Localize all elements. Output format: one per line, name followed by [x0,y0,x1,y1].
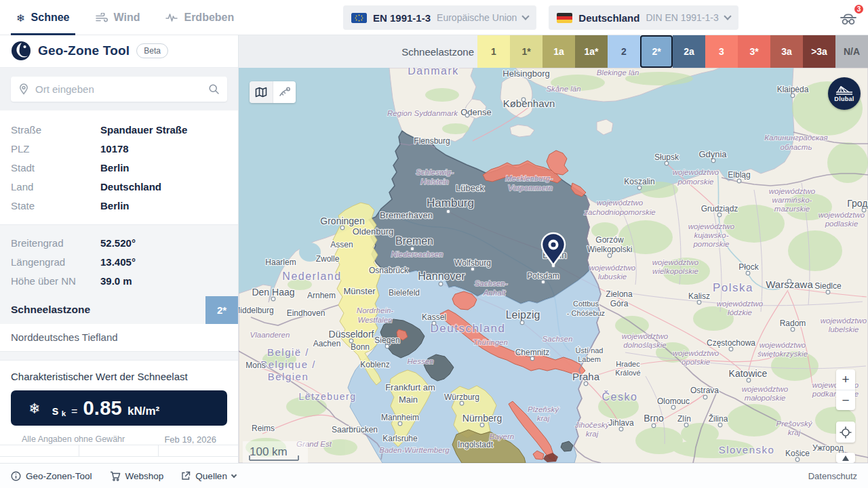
city-marker [340,226,344,230]
tab-schnee[interactable]: ❄ Schnee [16,0,70,35]
map-label: województwo [818,211,865,219]
zoom-out-button[interactable]: − [836,390,855,410]
info-label: PLZ [11,143,100,155]
map-label: Česko [602,390,638,403]
privacy-link[interactable]: Datenschutz [808,471,857,481]
city-marker [398,422,402,426]
zoom-in-button[interactable]: + [836,369,855,390]
tab-wind[interactable]: Wind [96,0,140,35]
formula-symbol: s [52,404,59,418]
map-label: województwo [769,187,816,195]
legend-zone-1a[interactable]: 1a [542,35,575,68]
map-label: Labem [578,355,601,363]
coordinates-section: Breitengrad52.520°Längengrad13.405°Höhe … [0,224,238,324]
map-label: Lübeck [456,183,484,193]
truncated-table [0,445,238,463]
city-marker [746,271,750,275]
search-icon[interactable] [208,83,220,98]
legend-zone-3a[interactable]: 3a [770,35,803,68]
map-label: Klaipėda [777,85,809,94]
map-label: Helsingborg [502,68,549,79]
legend-zone-1a*[interactable]: 1a* [575,35,608,68]
map-label: België / [267,346,309,358]
city-marker [684,423,688,427]
map-label: Thüringen [473,338,508,346]
map-label: Mannheim [381,413,419,422]
measure-button[interactable] [273,81,296,103]
app-title: Geo-Zone Tool [38,43,130,58]
map-column: Schneelastzone 11*1a1a*22*2a33*3a>3aN/A [239,35,868,463]
legend-zone-3[interactable]: 3 [705,35,738,68]
map-canvas[interactable]: Region SyddanmarkSchleswig-HolsteinMeckl… [239,68,868,463]
map-label: Potsdam [527,271,559,281]
map-label: Skåne län [546,85,580,93]
legend-zone-N/A[interactable]: N/A [835,35,868,68]
info-row: Breitengrad52.520° [11,234,227,253]
zone-result-row: Schneelastzone 2* [0,296,238,324]
eu-standard-select[interactable]: EN 1991-1-3 Europäische Union [343,5,536,30]
city-marker [665,161,669,165]
city-marker [826,290,830,294]
footer-link-label: Geo-Zonen-Tool [26,471,92,481]
snow-load-formula: sk = 0.85 kN/m² [52,397,160,420]
map-label: Aachen [313,339,341,348]
footer-link-label: Webshop [125,471,164,481]
map-label: Chemnitz [515,348,550,357]
city-marker [787,279,791,283]
map-layer-button[interactable] [250,81,273,103]
legend-zone-3*[interactable]: 3* [738,35,770,68]
map-label: Wielkopolski [587,245,633,254]
map-label: Belgien [268,371,309,382]
map-label: Gorzów [595,235,624,245]
legend-zone->3a[interactable]: >3a [803,35,835,68]
map-label: Blekinge län [597,68,639,77]
info-label: State [11,200,100,211]
country-standard: DIN EN 1991-1-3 [646,12,718,23]
footer-link-label: Quellen [195,471,227,481]
map-label: Ingolstadt [458,440,494,449]
info-label: Stadt [11,162,100,174]
map-label: Bremerhaven [380,210,433,220]
map-label: Bonn [351,342,370,352]
standard-selects: EN 1991-1-3 Europäische Union Deutschlan… [343,5,738,30]
map-label: lubelskie [829,325,859,333]
coord-rows: Breitengrad52.520°Längengrad13.405°Höhe … [0,225,238,296]
city-marker [385,344,389,348]
legend-zone-2*[interactable]: 2* [640,35,673,68]
search-input[interactable] [11,83,227,95]
map-label: Vorpommern [508,184,553,192]
country-select[interactable]: Deutschland DIN EN 1991-1-3 [549,5,738,30]
map-label: kraj [537,414,550,422]
city-marker [410,247,414,251]
footer-link-quellen[interactable]: Quellen [181,471,236,481]
map-label: Vlaanderen [250,331,290,339]
dlubal-logo[interactable]: Dlubal [828,77,861,110]
city-marker [480,423,484,427]
footer-link-geozonentool[interactable]: Geo-Zonen-Tool [11,471,92,481]
city-marker [465,113,469,117]
map-label: województwo [717,300,764,308]
tab-label: Erdbeben [184,12,234,24]
map-label: Karlsruhe [382,434,418,443]
info-value: Deutschland [100,181,161,192]
map-label: Bremen [395,235,433,247]
map-label: województwo [673,168,719,176]
map-label: Main [399,394,418,405]
legend-zone-1*[interactable]: 1* [510,35,542,68]
formula-value: 0.85 [83,397,122,420]
legend-zone-2a[interactable]: 2a [673,35,705,68]
info-row: LandDeutschland [11,178,227,197]
city-marker [608,253,612,258]
city-marker [862,208,866,212]
map-label: Schleswig- [416,168,454,176]
map-label: Saarbrücken [332,425,378,434]
city-marker [652,424,656,428]
legend-zone-1[interactable]: 1 [477,35,510,68]
legend-zone-2[interactable]: 2 [608,35,640,68]
footer-link-webshop[interactable]: Webshop [110,471,164,481]
locate-button[interactable] [836,422,855,443]
date-label: Feb 19, 2026 [164,434,216,445]
tab-erdbeben[interactable]: Erdbeben [165,0,234,35]
compass-button[interactable] [836,453,855,463]
account-button[interactable]: 3 [839,9,859,28]
